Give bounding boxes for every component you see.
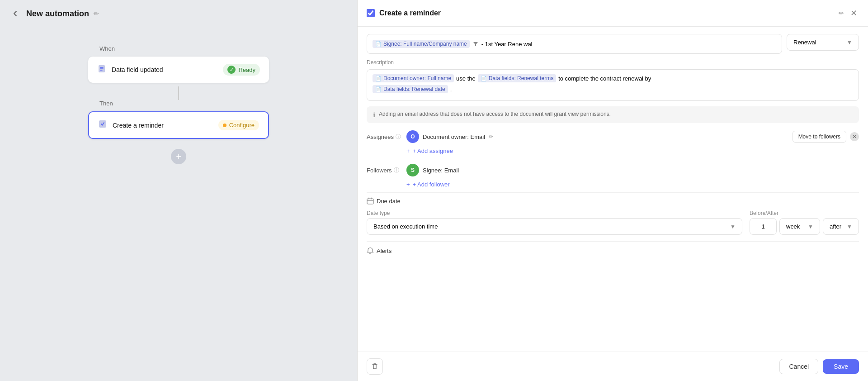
connector-line bbox=[178, 86, 179, 100]
assignee-name: Document owner: Email bbox=[423, 133, 485, 140]
desc-line-1: 📄 Document owner: Full name use the 📄 Da… bbox=[373, 74, 853, 82]
bell-icon bbox=[367, 247, 374, 254]
save-button[interactable]: Save bbox=[823, 359, 859, 374]
check-circle-icon: ✓ bbox=[227, 66, 236, 74]
remove-assignee-button[interactable]: ✕ bbox=[850, 132, 859, 141]
number-input[interactable] bbox=[750, 218, 777, 235]
renewal-date-token: 📄 Data fields: Renewal date bbox=[373, 85, 448, 93]
before-after-section: Before/After week ▼ after ▼ bbox=[750, 210, 859, 235]
date-type-dropdown[interactable]: Based on execution time ▼ bbox=[367, 218, 742, 235]
svg-rect-1 bbox=[99, 120, 106, 128]
when-label: When bbox=[99, 45, 115, 52]
right-panel-title: Create a reminder bbox=[379, 9, 834, 17]
due-date-label: Due date bbox=[367, 197, 859, 205]
action-card[interactable]: Create a reminder Configure bbox=[88, 111, 269, 139]
subject-field-row: 📄 Signee: Full name/Company name - 1st Y… bbox=[367, 34, 859, 54]
trigger-card-label: Data field updated bbox=[112, 66, 217, 73]
renewal-terms-token: 📄 Data fields: Renewal terms bbox=[478, 74, 556, 82]
info-box: ℹ Adding an email address that does not … bbox=[367, 106, 859, 123]
trigger-card[interactable]: Data field updated ✓ Ready bbox=[88, 57, 269, 83]
back-button[interactable] bbox=[9, 7, 22, 20]
date-type-label: Date type bbox=[367, 210, 742, 216]
renewal-dropdown[interactable]: Renewal ▼ bbox=[787, 34, 859, 51]
info-icon: ℹ bbox=[373, 111, 375, 119]
filter-icon bbox=[472, 41, 479, 47]
add-step-button[interactable]: + bbox=[171, 149, 186, 164]
date-type-section: Date type Based on execution time ▼ bbox=[367, 210, 742, 235]
subject-token-field[interactable]: 📄 Signee: Full name/Company name - 1st Y… bbox=[367, 34, 782, 54]
doc-owner-token: 📄 Document owner: Full name bbox=[373, 74, 454, 82]
action-card-label: Create a reminder bbox=[113, 122, 213, 129]
left-header: New automation ✏ bbox=[0, 0, 357, 27]
description-label: Description bbox=[367, 59, 859, 66]
then-label: Then bbox=[99, 100, 113, 107]
divider-2 bbox=[367, 192, 859, 193]
add-follower-link[interactable]: + + Add follower bbox=[406, 181, 859, 188]
follower-name: Signee: Email bbox=[423, 167, 459, 174]
timing-dropdown[interactable]: after ▼ bbox=[823, 218, 859, 235]
configure-status-badge: Configure bbox=[218, 120, 259, 130]
desc-doc-icon-2: 📄 bbox=[481, 76, 487, 81]
period-dropdown[interactable]: week ▼ bbox=[779, 218, 820, 235]
desc-doc-icon-1: 📄 bbox=[375, 76, 382, 81]
page-title: New automation bbox=[26, 9, 89, 19]
assignees-label: Assignees ⓘ bbox=[367, 133, 403, 141]
due-date-section: Due date Date type Based on execution ti… bbox=[367, 197, 859, 235]
follower-avatar: S bbox=[406, 164, 419, 176]
ready-status-badge: ✓ Ready bbox=[223, 64, 260, 76]
description-field[interactable]: 📄 Document owner: Full name use the 📄 Da… bbox=[367, 69, 859, 101]
followers-info-icon: ⓘ bbox=[394, 167, 399, 174]
action-card-icon bbox=[98, 119, 107, 131]
add-follower-plus-icon: + bbox=[406, 181, 410, 188]
followers-label: Followers ⓘ bbox=[367, 167, 403, 174]
trash-icon bbox=[371, 363, 378, 370]
flow-area: When Data field updated ✓ Ready Then bbox=[0, 27, 357, 381]
left-panel: New automation ✏ When Data field updated… bbox=[0, 0, 357, 381]
trigger-card-icon bbox=[97, 64, 106, 76]
alerts-label: Alerts bbox=[367, 247, 859, 254]
right-panel: Create a reminder ✏ ✕ 📄 Signee: Full nam… bbox=[357, 0, 868, 381]
header-checkbox[interactable] bbox=[367, 9, 375, 17]
svg-marker-2 bbox=[473, 42, 478, 46]
before-after-label: Before/After bbox=[750, 210, 859, 216]
configure-dot-icon bbox=[223, 124, 226, 127]
right-footer: Cancel Save bbox=[358, 352, 868, 381]
assignees-row: Assignees ⓘ O Document owner: Email ✏ Mo… bbox=[367, 130, 859, 143]
edit-title-icon[interactable]: ✏ bbox=[94, 10, 99, 17]
assignees-info-icon: ⓘ bbox=[396, 133, 401, 141]
calendar-icon bbox=[367, 197, 374, 205]
add-assignee-plus-icon: + bbox=[406, 148, 410, 154]
date-type-before-after-row: Date type Based on execution time ▼ Befo… bbox=[367, 210, 859, 235]
move-followers-button[interactable]: Move to followers bbox=[793, 131, 846, 143]
delete-button[interactable] bbox=[367, 358, 383, 375]
signee-token: 📄 Signee: Full name/Company name bbox=[373, 40, 470, 48]
close-button[interactable]: ✕ bbox=[849, 6, 859, 20]
desc-line-2: 📄 Data fields: Renewal date . bbox=[373, 85, 853, 93]
period-chevron-icon: ▼ bbox=[808, 224, 813, 230]
add-assignee-link[interactable]: + + Add assignee bbox=[406, 148, 859, 154]
edit-action-title-icon[interactable]: ✏ bbox=[839, 10, 844, 17]
divider-3 bbox=[367, 241, 859, 242]
token-doc-icon: 📄 bbox=[375, 41, 382, 47]
desc-doc-icon-3: 📄 bbox=[375, 86, 382, 92]
svg-rect-3 bbox=[367, 199, 373, 204]
followers-row: Followers ⓘ S Signee: Email bbox=[367, 164, 859, 176]
alerts-section: Alerts bbox=[367, 247, 859, 254]
dropdown-chevron-icon: ▼ bbox=[847, 39, 852, 46]
timing-chevron-icon: ▼ bbox=[847, 224, 852, 230]
date-type-chevron-icon: ▼ bbox=[730, 224, 736, 230]
divider-1 bbox=[367, 159, 859, 159]
right-header: Create a reminder ✏ ✕ bbox=[358, 0, 868, 27]
right-content: 📄 Signee: Full name/Company name - 1st Y… bbox=[358, 27, 868, 352]
edit-assignee-icon[interactable]: ✏ bbox=[489, 133, 493, 140]
cancel-button[interactable]: Cancel bbox=[779, 359, 818, 374]
assignee-avatar: O bbox=[406, 130, 419, 143]
